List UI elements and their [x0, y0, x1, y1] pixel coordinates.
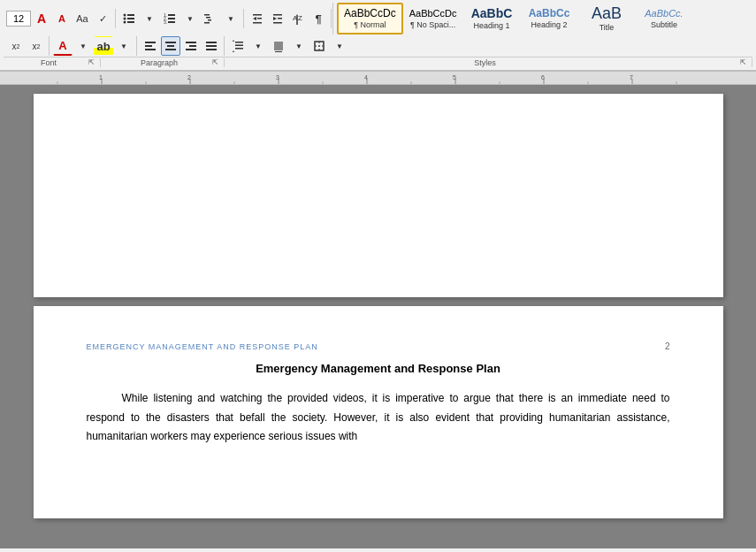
svg-rect-38	[186, 49, 196, 50]
svg-marker-46	[233, 50, 234, 52]
body-paragraph-1: While listening and watching the provide…	[87, 389, 670, 447]
style-nospacing[interactable]: AaBbCcDc ¶ No Spaci...	[403, 3, 463, 34]
svg-rect-30	[145, 42, 156, 43]
styles-expand-btn[interactable]: ⇱	[740, 58, 746, 66]
svg-rect-41	[206, 49, 217, 50]
svg-text:3.: 3.	[164, 19, 167, 25]
svg-text:2: 2	[187, 74, 191, 80]
style-nospacing-preview: AaBbCcDc	[409, 9, 457, 19]
style-normal-preview: AaBbCcDc	[344, 8, 396, 19]
style-normal[interactable]: AaBbCcDc ¶ Normal	[337, 3, 403, 34]
align-center-btn[interactable]	[161, 36, 180, 56]
ribbon-toolbar: 12 A A Aa ✓ ▼ 1.2.3. ▼ ▼	[0, 0, 756, 72]
svg-text:4: 4	[364, 74, 368, 80]
font-size-input[interactable]: 12	[6, 11, 31, 27]
align-justify-btn[interactable]	[202, 36, 221, 56]
borders-btn[interactable]	[309, 36, 329, 56]
svg-marker-21	[273, 17, 277, 20]
svg-rect-5	[127, 21, 134, 23]
svg-rect-39	[206, 42, 217, 43]
style-heading1[interactable]: AaBbC Heading 1	[462, 3, 520, 34]
svg-rect-32	[145, 49, 156, 50]
page-header-title: EMERGENCY MANAGEMENT AND RESPONSE PLAN	[87, 342, 318, 351]
highlight-arrow-btn[interactable]: ▼	[114, 36, 134, 56]
svg-text:1: 1	[99, 74, 103, 80]
font-options-btn[interactable]: Aa	[73, 9, 92, 28]
multilevel-list-arrow-btn[interactable]: ▼	[221, 9, 241, 28]
decrease-indent-btn[interactable]	[248, 9, 267, 28]
decrease-font-btn[interactable]: A	[52, 9, 72, 28]
svg-text:7: 7	[630, 74, 633, 80]
bullet-list-btn[interactable]	[119, 9, 139, 28]
numbered-list-btn[interactable]: 1.2.3.	[160, 9, 179, 28]
svg-text:Z: Z	[298, 14, 302, 22]
svg-rect-31	[145, 45, 152, 47]
style-h2-label: Heading 2	[531, 20, 567, 29]
indent-group: AZ ¶	[245, 9, 332, 28]
page-2: EMERGENCY MANAGEMENT AND RESPONSE PLAN 2…	[34, 306, 723, 518]
svg-rect-23	[273, 22, 282, 24]
svg-rect-43	[235, 45, 243, 47]
style-subtitle-preview: AaBbCc.	[645, 9, 683, 19]
style-subtitle[interactable]: AaBbCc. Subtitle	[635, 3, 692, 34]
svg-rect-40	[206, 45, 217, 47]
svg-rect-7	[168, 14, 175, 16]
clear-format-btn[interactable]: ✓	[93, 9, 112, 28]
superscript-btn[interactable]: x2	[27, 36, 46, 56]
svg-point-0	[124, 14, 126, 17]
svg-rect-33	[165, 42, 176, 43]
section-labels: Font ⇱ Paragraph ⇱ Styles ⇱	[4, 57, 752, 68]
svg-rect-37	[189, 45, 196, 47]
highlight-btn[interactable]: ab	[94, 36, 113, 56]
shading-arrow-btn[interactable]: ▼	[289, 36, 309, 56]
svg-rect-9	[168, 18, 175, 19]
font-color-A-btn[interactable]: A	[53, 36, 73, 56]
svg-rect-13	[206, 17, 210, 19]
svg-rect-15	[204, 22, 210, 24]
page-2-header: EMERGENCY MANAGEMENT AND RESPONSE PLAN 2	[87, 341, 670, 351]
font-size-group: 12 A A Aa ✓	[4, 9, 116, 28]
styles-section-label: Styles ⇱	[225, 58, 752, 67]
paragraph-expand-btn[interactable]: ⇱	[212, 58, 218, 66]
subscript-btn[interactable]: x2	[6, 36, 26, 56]
font-expand-btn[interactable]: ⇱	[88, 58, 95, 66]
align-right-btn[interactable]	[181, 36, 201, 56]
svg-rect-35	[165, 49, 176, 50]
svg-rect-11	[168, 21, 175, 23]
text-style-group2: A ▼ ab ▼	[50, 36, 137, 56]
font-color-arrow-btn[interactable]: ▼	[73, 36, 93, 56]
svg-rect-44	[235, 48, 243, 50]
increase-font-btn[interactable]: A	[32, 9, 51, 28]
borders-arrow-btn[interactable]: ▼	[330, 36, 349, 56]
svg-rect-47	[274, 42, 283, 50]
svg-marker-17	[253, 17, 256, 20]
ribbon-row-1: 12 A A Aa ✓ ▼ 1.2.3. ▼ ▼	[4, 2, 752, 35]
show-hide-btn[interactable]: ¶	[309, 9, 328, 28]
font-section-label: Font ⇱	[4, 58, 101, 67]
line-spacing-arrow-btn[interactable]: ▼	[248, 36, 268, 56]
increase-indent-btn[interactable]	[268, 9, 287, 28]
svg-marker-29	[296, 24, 298, 25]
align-left-btn[interactable]	[141, 36, 160, 56]
document-body[interactable]: While listening and watching the provide…	[87, 389, 670, 447]
svg-rect-18	[257, 18, 262, 19]
svg-rect-48	[275, 51, 282, 52]
style-title[interactable]: AaB Title	[577, 3, 635, 34]
bullet-list-arrow-btn[interactable]: ▼	[140, 9, 159, 28]
styles-gallery: AaBbCcDc ¶ Normal AaBbCcDc ¶ No Spaci...…	[332, 3, 752, 34]
list-format-group: ▼ 1.2.3. ▼ ▼	[117, 9, 244, 28]
svg-marker-45	[233, 40, 234, 42]
text-style-group: x2 x2	[4, 36, 50, 56]
svg-rect-34	[167, 45, 174, 47]
line-spacing-btn[interactable]	[228, 36, 248, 56]
numbered-list-arrow-btn[interactable]: ▼	[180, 9, 200, 28]
multilevel-list-btn[interactable]	[201, 9, 220, 28]
sort-btn[interactable]: AZ	[288, 9, 308, 28]
svg-point-2	[124, 18, 126, 20]
shading-btn[interactable]	[269, 36, 288, 56]
style-h1-preview: AaBbC	[471, 7, 513, 19]
svg-text:5: 5	[453, 74, 456, 80]
page-1	[34, 94, 723, 297]
style-heading2[interactable]: AaBbCc Heading 2	[520, 3, 577, 34]
ruler: 1 2 3 4 5 6 7	[0, 72, 756, 85]
